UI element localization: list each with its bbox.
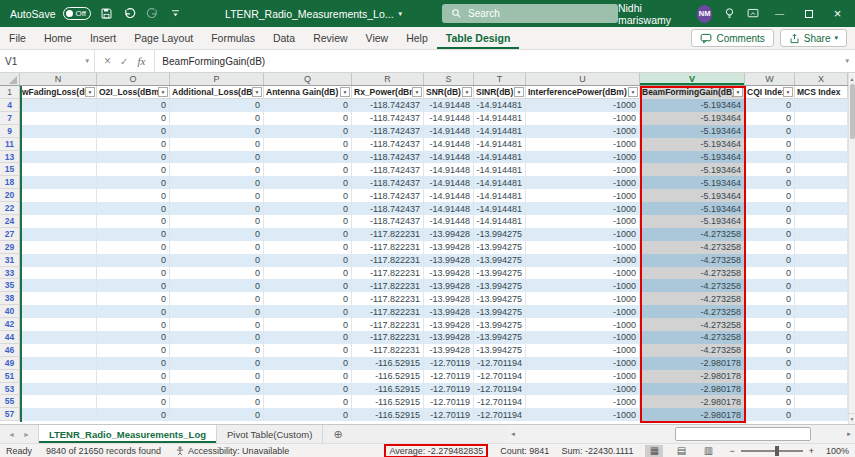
cell-W9[interactable]: 0: [745, 125, 795, 138]
cell-N18[interactable]: [20, 176, 97, 189]
cell-P46[interactable]: 0: [170, 344, 264, 357]
cell-S13[interactable]: -14.91448: [424, 151, 474, 164]
cell-W38[interactable]: 0: [745, 292, 795, 305]
cell-U13[interactable]: -1000: [526, 151, 640, 164]
cell-V24[interactable]: -5.193464: [640, 215, 745, 228]
page-layout-view-button[interactable]: ▤: [672, 445, 690, 457]
cell-R44[interactable]: -117.822231: [352, 331, 424, 344]
cell-O13[interactable]: 0: [97, 151, 170, 164]
row-number-31[interactable]: 31: [0, 254, 20, 267]
select-all-corner[interactable]: [0, 73, 20, 85]
cell-Q53[interactable]: 0: [264, 383, 352, 396]
cell-X57[interactable]: [795, 408, 848, 421]
cell-P55[interactable]: 0: [170, 395, 264, 408]
cell-R18[interactable]: -118.742437: [352, 176, 424, 189]
filter-dropdown-icon[interactable]: ▼: [252, 87, 262, 97]
vertical-scrollbar[interactable]: ▲ ▼: [848, 73, 855, 424]
expand-formula-bar-icon[interactable]: ▾: [839, 57, 855, 65]
cell-Q9[interactable]: 0: [264, 125, 352, 138]
tab-view[interactable]: View: [357, 27, 398, 49]
cell-P15[interactable]: 0: [170, 163, 264, 176]
cell-Q24[interactable]: 0: [264, 215, 352, 228]
cell-P38[interactable]: 0: [170, 292, 264, 305]
cell-T35[interactable]: -13.994275: [474, 279, 526, 292]
sheet-tab-pivot[interactable]: Pivot Table(Custom): [217, 425, 323, 443]
cell-X13[interactable]: [795, 151, 848, 164]
cell-Q31[interactable]: 0: [264, 254, 352, 267]
row-number-42[interactable]: 42: [0, 318, 20, 331]
scroll-left-icon[interactable]: ◄: [507, 431, 519, 437]
cell-W57[interactable]: 0: [745, 408, 795, 421]
row-number-53[interactable]: 53: [0, 383, 20, 396]
cell-S35[interactable]: -13.99428: [424, 279, 474, 292]
cell-N33[interactable]: [20, 267, 97, 280]
cell-O7[interactable]: 0: [97, 112, 170, 125]
column-letter-Q[interactable]: Q: [264, 73, 352, 85]
cell-W35[interactable]: 0: [745, 279, 795, 292]
cell-Q18[interactable]: 0: [264, 176, 352, 189]
cell-N42[interactable]: [20, 318, 97, 331]
cell-N46[interactable]: [20, 344, 97, 357]
cell-W13[interactable]: 0: [745, 151, 795, 164]
cell-T11[interactable]: -14.914481: [474, 138, 526, 151]
cell-R22[interactable]: -118.742437: [352, 202, 424, 215]
column-letter-R[interactable]: R: [352, 73, 424, 85]
cell-P4[interactable]: 0: [170, 99, 264, 112]
cell-V29[interactable]: -4.273258: [640, 241, 745, 254]
cell-P22[interactable]: 0: [170, 202, 264, 215]
cell-V49[interactable]: -2.980178: [640, 357, 745, 370]
tab-home[interactable]: Home: [35, 27, 81, 49]
cell-X9[interactable]: [795, 125, 848, 138]
column-header-W[interactable]: CQI Index▼: [745, 86, 795, 99]
minimize-button[interactable]: —: [770, 3, 789, 25]
page-break-view-button[interactable]: ▥: [699, 445, 717, 457]
cell-X55[interactable]: [795, 395, 848, 408]
cell-W42[interactable]: 0: [745, 318, 795, 331]
cell-R33[interactable]: -117.822231: [352, 267, 424, 280]
cell-Q4[interactable]: 0: [264, 99, 352, 112]
cell-Q13[interactable]: 0: [264, 151, 352, 164]
cell-V20[interactable]: -5.193464: [640, 189, 745, 202]
cell-U22[interactable]: -1000: [526, 202, 640, 215]
row-number-40[interactable]: 40: [0, 305, 20, 318]
cell-T15[interactable]: -14.914481: [474, 163, 526, 176]
cell-R53[interactable]: -116.52915: [352, 383, 424, 396]
row-number-49[interactable]: 49: [0, 357, 20, 370]
tab-insert[interactable]: Insert: [81, 27, 125, 49]
cell-N51[interactable]: [20, 370, 97, 383]
cell-V55[interactable]: -2.980178: [640, 395, 745, 408]
zoom-level[interactable]: 100%: [826, 446, 849, 456]
row-number-27[interactable]: 27: [0, 228, 20, 241]
cell-R20[interactable]: -118.742437: [352, 189, 424, 202]
cell-S18[interactable]: -14.91448: [424, 176, 474, 189]
cell-N40[interactable]: [20, 305, 97, 318]
cell-W11[interactable]: 0: [745, 138, 795, 151]
cell-Q55[interactable]: 0: [264, 395, 352, 408]
avatar[interactable]: NM: [697, 5, 713, 23]
cell-W31[interactable]: 0: [745, 254, 795, 267]
ribbon-display-options-icon[interactable]: [746, 6, 760, 22]
row-number-29[interactable]: 29: [0, 241, 20, 254]
close-button[interactable]: ×: [828, 3, 847, 25]
scroll-up-icon[interactable]: ▲: [849, 73, 855, 84]
cell-W18[interactable]: 0: [745, 176, 795, 189]
cell-W7[interactable]: 0: [745, 112, 795, 125]
cell-O22[interactable]: 0: [97, 202, 170, 215]
cell-X33[interactable]: [795, 267, 848, 280]
cell-T44[interactable]: -13.994275: [474, 331, 526, 344]
cell-V38[interactable]: -4.273258: [640, 292, 745, 305]
cell-Q51[interactable]: 0: [264, 370, 352, 383]
cell-U42[interactable]: -1000: [526, 318, 640, 331]
cell-P42[interactable]: 0: [170, 318, 264, 331]
cell-R46[interactable]: -117.822231: [352, 344, 424, 357]
cell-O24[interactable]: 0: [97, 215, 170, 228]
cell-S40[interactable]: -13.99428: [424, 305, 474, 318]
cell-T33[interactable]: -13.994275: [474, 267, 526, 280]
zoom-out-button[interactable]: −: [729, 446, 734, 456]
tab-review[interactable]: Review: [304, 27, 356, 49]
cell-X29[interactable]: [795, 241, 848, 254]
cell-V9[interactable]: -5.193464: [640, 125, 745, 138]
cell-X24[interactable]: [795, 215, 848, 228]
cell-X51[interactable]: [795, 370, 848, 383]
document-title[interactable]: LTENR_Radio_Measurements_Lo... ▾: [225, 8, 402, 20]
